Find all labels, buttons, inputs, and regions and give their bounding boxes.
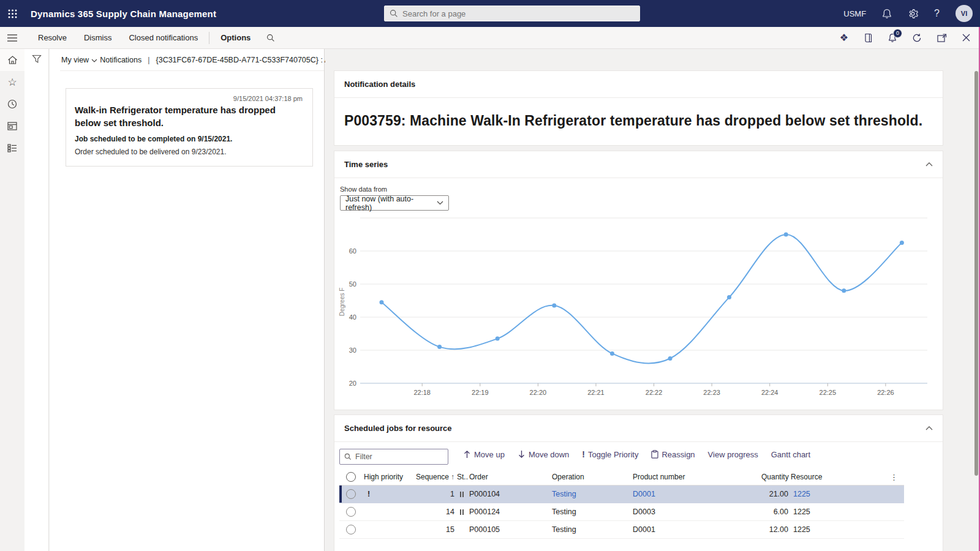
svg-text:22:24: 22:24: [761, 389, 778, 396]
svg-text:22:23: 22:23: [703, 389, 720, 396]
sidebar-item-recent[interactable]: [0, 93, 24, 115]
cell-sequence: 1: [407, 490, 456, 498]
cell-status: [456, 492, 468, 497]
cell-high-priority: !: [363, 490, 407, 498]
left-nav-rail: ☆: [0, 49, 24, 551]
cell-quantity: 12.00: [760, 525, 790, 534]
options-tab[interactable]: Options: [212, 27, 259, 49]
refresh-icon[interactable]: [912, 33, 922, 43]
help-icon[interactable]: ?: [934, 8, 940, 19]
svg-text:40: 40: [349, 313, 356, 321]
column-header-operation[interactable]: Operation: [551, 473, 631, 481]
sidebar-item-workspaces[interactable]: [0, 115, 24, 137]
actionbar-search-icon[interactable]: [259, 34, 282, 42]
row-radio[interactable]: [346, 489, 356, 499]
star-icon: ☆: [7, 77, 17, 88]
column-header-st[interactable]: St...: [456, 473, 468, 481]
grid-more-options-icon[interactable]: ⋮: [823, 473, 904, 482]
svg-text:22:20: 22:20: [530, 389, 547, 396]
show-data-from-dropdown[interactable]: Just now (with auto-refresh): [340, 195, 449, 211]
bell-icon[interactable]: [882, 9, 892, 19]
close-icon[interactable]: [962, 34, 970, 42]
notification-timestamp: 9/15/2021 04:37:18 pm: [75, 95, 303, 102]
svg-text:30: 30: [349, 347, 356, 354]
dismiss-button[interactable]: Dismiss: [75, 27, 121, 49]
move-down-button[interactable]: Move down: [518, 450, 569, 459]
select-all-checkbox[interactable]: [346, 472, 356, 482]
show-data-from-label: Show data from: [340, 186, 943, 193]
breadcrumb: My view Notifications | {3C31FC67-67DE-4…: [50, 49, 324, 64]
cell-order: P000104: [468, 490, 551, 498]
svg-text:50: 50: [349, 280, 356, 288]
favorites-apps-icon[interactable]: ❖: [840, 33, 848, 43]
collapse-chevron-icon[interactable]: [925, 426, 933, 430]
cell-resource[interactable]: 1225: [790, 490, 823, 498]
svg-text:22:21: 22:21: [587, 389, 605, 396]
message-center-icon[interactable]: 0: [888, 33, 897, 43]
select-cell: [339, 489, 363, 499]
app-launcher-icon[interactable]: [0, 0, 24, 27]
row-selection-strip: [339, 503, 342, 520]
breadcrumb-view[interactable]: My view: [61, 56, 89, 64]
page-scrollbar[interactable]: [974, 71, 978, 476]
global-search-input[interactable]: [402, 9, 635, 18]
jobs-filter-box[interactable]: [339, 449, 448, 465]
app-title[interactable]: Dynamics 365 Supply Chain Management: [31, 9, 216, 19]
cell-product-number[interactable]: D0001: [631, 490, 760, 498]
jobs-grid: High prioritySequence↑St...OrderOperatio…: [339, 469, 904, 539]
sidebar-item-modules[interactable]: [0, 137, 24, 159]
paused-status-icon: [460, 492, 464, 497]
sidebar-item-favorites[interactable]: ☆: [0, 71, 24, 93]
resolve-button[interactable]: Resolve: [29, 27, 75, 49]
cell-order: P000105: [468, 525, 551, 534]
jobs-filter-input[interactable]: [355, 452, 443, 461]
row-selection-strip: [339, 485, 342, 503]
column-header-quantity[interactable]: Quantity: [760, 473, 790, 481]
notification-list-item[interactable]: 9/15/2021 04:37:18 pm Walk-in Refrigerat…: [66, 88, 313, 167]
cell-order: P000124: [468, 508, 551, 516]
filter-icon[interactable]: [32, 54, 42, 67]
table-row[interactable]: !1P000104TestingD000121.001225: [339, 485, 904, 503]
hamburger-icon[interactable]: [0, 34, 24, 42]
svg-text:Degrees F: Degrees F: [339, 288, 345, 317]
temperature-line-chart[interactable]: 2030405060Degrees F22:1822:1922:2022:212…: [334, 210, 943, 401]
toggle-priority-button[interactable]: !Toggle Priority: [582, 449, 638, 459]
column-header-resource[interactable]: Resource: [790, 473, 823, 481]
closed-notifications-button[interactable]: Closed notifications: [120, 27, 206, 49]
main-content: Notification details P003759: Machine Wa…: [325, 49, 980, 551]
move-up-button[interactable]: Move up: [463, 450, 505, 459]
notification-headline: P003759: Machine Walk-In Refrigerator te…: [334, 98, 943, 129]
gear-icon[interactable]: [908, 9, 918, 19]
table-header-row: High prioritySequence↑St...OrderOperatio…: [339, 469, 904, 485]
sidebar-item-home[interactable]: [0, 49, 24, 71]
column-header-sequence[interactable]: Sequence↑: [407, 473, 456, 481]
column-header-product-number[interactable]: Product number: [631, 473, 760, 481]
table-row[interactable]: 14P000124TestingD00036.001225: [339, 503, 904, 521]
breadcrumb-separator: |: [148, 56, 149, 64]
notification-badge: 0: [893, 29, 902, 38]
avatar[interactable]: VI: [956, 5, 973, 22]
chevron-down-icon[interactable]: [91, 59, 97, 62]
breadcrumb-record-id: {3C31FC67-67DE-45BD-A771-C533F740705C} :…: [156, 56, 352, 64]
global-search[interactable]: [384, 6, 640, 21]
column-header-order[interactable]: Order: [468, 473, 551, 481]
column-header-high-priority[interactable]: High priority: [363, 473, 407, 481]
table-row[interactable]: 15P000105TestingD000112.001225: [339, 521, 904, 539]
section-title-scheduled-jobs: Scheduled jobs for resource: [344, 424, 452, 433]
breadcrumb-section[interactable]: Notifications: [100, 56, 141, 64]
notification-title: Walk-in Refrigerator temperature has dro…: [75, 104, 303, 129]
cell-operation[interactable]: Testing: [551, 490, 631, 498]
divider: [209, 32, 209, 44]
toolbar-button-label: Gantt chart: [771, 450, 810, 459]
row-radio[interactable]: [346, 507, 356, 517]
reassign-button[interactable]: Reassign: [651, 450, 695, 459]
gantt-chart-button[interactable]: Gantt chart: [771, 450, 810, 459]
collapse-chevron-icon[interactable]: [925, 162, 933, 167]
cell-resource: 1225: [790, 525, 823, 534]
task-guide-icon[interactable]: [864, 33, 873, 43]
row-radio[interactable]: [346, 525, 356, 534]
cell-product-number: D0003: [631, 508, 760, 516]
view-progress-button[interactable]: View progress: [708, 450, 758, 459]
company-selector[interactable]: USMF: [843, 9, 866, 18]
open-in-new-window-icon[interactable]: [937, 34, 947, 42]
